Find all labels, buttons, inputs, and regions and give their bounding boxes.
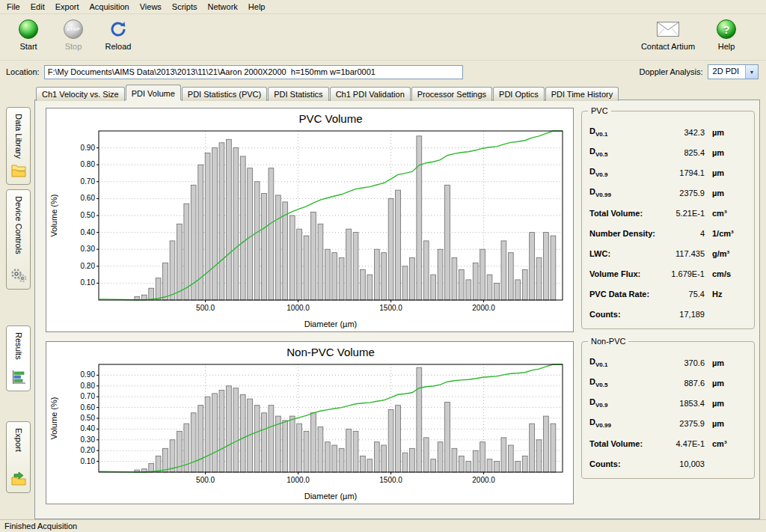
stat-row: DV0.91853.4µm xyxy=(589,393,747,413)
menu-item-views[interactable]: Views xyxy=(135,1,167,13)
gears-icon xyxy=(10,267,27,285)
stat-row: DV0.5825.4µm xyxy=(589,142,747,162)
svg-text:Diameter (µm): Diameter (µm) xyxy=(304,319,358,328)
menu-bar: FileEditExportAcquisitionViewsScriptsNet… xyxy=(0,0,766,14)
start-button[interactable]: Start xyxy=(7,17,49,51)
stat-label: DV0.1 xyxy=(589,357,658,368)
stat-row: Number Density:41/cm³ xyxy=(589,223,747,243)
side-tab-strip: Data LibraryDevice ControlsResultsExport xyxy=(6,85,34,519)
stat-label: DV0.5 xyxy=(589,377,658,388)
stat-row: Total Volume:5.21E-1cm³ xyxy=(589,203,747,223)
doppler-analysis-label: Doppler Analysis: xyxy=(640,67,703,76)
stat-label: DV0.5 xyxy=(589,147,658,158)
stat-row: DV0.5887.6µm xyxy=(589,373,747,393)
tab-ch1-velocity-vs-size[interactable]: Ch1 Velocity vs. Size xyxy=(36,87,125,101)
start-sphere-icon xyxy=(19,19,38,40)
stat-value: 4.47E-1 xyxy=(658,439,705,448)
chart-svg: 0.100.200.300.400.500.600.700.800.90500.… xyxy=(46,342,573,504)
tab-pdi-volume[interactable]: PDI Volume xyxy=(126,85,181,100)
doppler-analysis-value: 2D PDI xyxy=(708,65,745,79)
svg-text:0.10: 0.10 xyxy=(81,278,96,287)
tab-processor-settings[interactable]: Processor Settings xyxy=(411,87,492,101)
tab-ch1-pdi-validation[interactable]: Ch1 PDI Validation xyxy=(330,87,411,101)
stat-label: DV0.99 xyxy=(589,187,658,198)
menu-item-help[interactable]: Help xyxy=(243,1,271,13)
tab-pdi-time-history[interactable]: PDI Time History xyxy=(545,87,619,101)
tool-button-label: Help xyxy=(718,42,735,51)
svg-text:0.60: 0.60 xyxy=(81,403,96,412)
stat-row: Counts:17,189 xyxy=(589,304,747,324)
stat-label: PVC Data Rate: xyxy=(589,290,658,299)
tab-pdi-optics[interactable]: PDI Optics xyxy=(493,87,545,101)
svg-text:0.40: 0.40 xyxy=(81,424,96,432)
location-label: Location: xyxy=(6,67,40,76)
stat-label: Counts: xyxy=(589,310,658,319)
stat-row: Counts:10,003 xyxy=(589,453,747,474)
stat-unit: µm xyxy=(705,148,747,157)
stop-button[interactable]: STOPStop xyxy=(52,17,94,51)
svg-text:0.90: 0.90 xyxy=(81,144,96,152)
stat-value: 1853.4 xyxy=(658,399,705,408)
help-sphere-icon: ? xyxy=(717,19,736,40)
svg-text:0.20: 0.20 xyxy=(81,446,96,454)
tool-button-label: Start xyxy=(19,42,37,51)
location-bar: Location: Doppler Analysis: 2D PDI ▼ xyxy=(0,61,766,83)
svg-text:0.50: 0.50 xyxy=(81,414,96,422)
stat-unit: µm xyxy=(705,399,747,408)
reload-button[interactable]: Reload xyxy=(97,17,139,51)
stat-label: Total Volume: xyxy=(589,209,658,218)
stat-label: DV0.9 xyxy=(589,397,658,409)
stat-unit: µm xyxy=(705,189,747,198)
svg-text:1500.0: 1500.0 xyxy=(379,304,402,312)
doppler-analysis-select[interactable]: 2D PDI ▼ xyxy=(708,64,759,79)
sidebar-item-results[interactable]: Results xyxy=(6,325,31,391)
svg-text:Non-PVC Volume: Non-PVC Volume xyxy=(287,346,375,358)
stat-value: 370.6 xyxy=(658,358,705,367)
help-button[interactable]: ?Help xyxy=(699,17,754,51)
sidebar-item-device-controls[interactable]: Device Controls xyxy=(6,189,31,290)
stat-unit: cm/s xyxy=(705,269,747,278)
menu-item-acquisition[interactable]: Acquisition xyxy=(85,1,135,13)
toolbar: StartSTOPStopReload Contact Artium?Help xyxy=(0,14,766,61)
stat-value: 2375.9 xyxy=(658,419,705,428)
stat-label: DV0.9 xyxy=(589,167,658,178)
stat-row: Volume Flux:1.679E-1cm/s xyxy=(589,263,747,284)
stat-value: 825.4 xyxy=(658,148,705,157)
tab-pdi-statistics[interactable]: PDI Statistics xyxy=(268,87,328,101)
stat-unit: Hz xyxy=(705,290,747,299)
tab-pdi-statistics-pvc[interactable]: PDI Statistics (PVC) xyxy=(182,87,267,101)
menu-item-scripts[interactable]: Scripts xyxy=(167,1,203,13)
location-input[interactable] xyxy=(44,65,463,79)
menu-item-edit[interactable]: Edit xyxy=(25,1,50,13)
export-folder-icon xyxy=(10,471,27,489)
svg-text:0.70: 0.70 xyxy=(81,177,96,186)
stat-value: 10,003 xyxy=(658,459,705,468)
svg-text:PVC Volume: PVC Volume xyxy=(298,112,362,125)
tab-area: Ch1 Velocity vs. SizePDI VolumePDI Stati… xyxy=(34,85,760,519)
stat-label: DV0.1 xyxy=(589,126,658,138)
tool-button-label: Stop xyxy=(65,42,82,51)
menu-item-file[interactable]: File xyxy=(1,1,25,13)
svg-text:0.30: 0.30 xyxy=(81,245,96,253)
stat-unit: cm³ xyxy=(705,209,747,218)
svg-text:0.90: 0.90 xyxy=(81,370,96,379)
stat-unit: µm xyxy=(705,128,747,137)
aims-application-window: FileEditExportAcquisitionViewsScriptsNet… xyxy=(0,0,766,532)
chevron-down-icon[interactable]: ▼ xyxy=(745,65,758,79)
stat-label: Total Volume: xyxy=(589,439,658,448)
menu-item-network[interactable]: Network xyxy=(202,1,242,13)
stat-value: 5.21E-1 xyxy=(658,209,705,218)
svg-text:Volume (%): Volume (%) xyxy=(49,195,58,237)
stat-value: 4 xyxy=(658,229,705,238)
contact-artium-button[interactable]: Contact Artium xyxy=(640,17,696,51)
sidebar-item-export[interactable]: Export xyxy=(6,421,31,493)
folders-icon xyxy=(10,162,27,180)
stat-unit: g/m³ xyxy=(705,249,747,258)
sidebar-item-data-library[interactable]: Data Library xyxy=(6,107,31,185)
menu-item-export[interactable]: Export xyxy=(50,1,85,13)
stat-value: 117.435 xyxy=(658,249,705,258)
stat-label: Volume Flux: xyxy=(589,269,658,278)
stat-row: PVC Data Rate:75.4Hz xyxy=(589,284,747,304)
svg-text:Diameter (µm): Diameter (µm) xyxy=(304,492,358,501)
bar-chart-icon xyxy=(10,369,27,387)
